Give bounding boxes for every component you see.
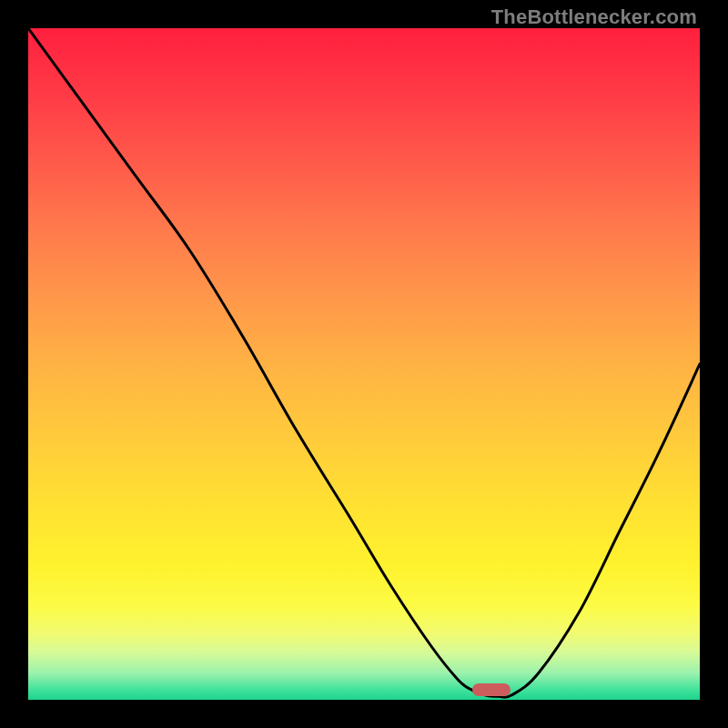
chart-plot-area [28,28,700,700]
bottleneck-curve [28,28,700,700]
optimal-marker [472,683,511,696]
watermark-text: TheBottlenecker.com [491,5,697,29]
